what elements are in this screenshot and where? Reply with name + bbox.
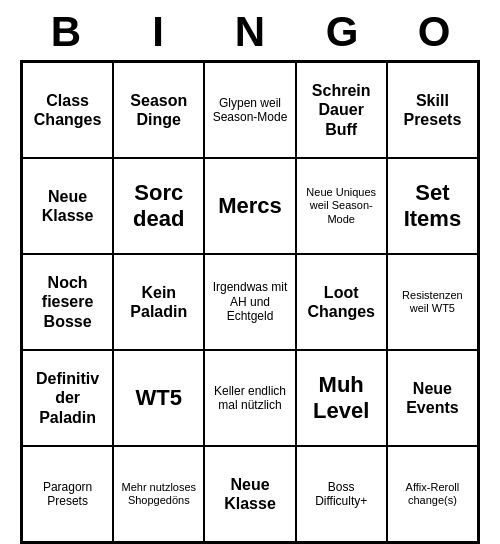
bingo-cell: Loot Changes (296, 254, 387, 350)
bingo-cell: Keller endlich mal nützlich (204, 350, 295, 446)
bingo-cell: Definitiv der Paladin (22, 350, 113, 446)
bingo-cell: Muh Level (296, 350, 387, 446)
title-letter: N (210, 8, 290, 56)
bingo-cell: Season Dinge (113, 62, 204, 158)
bingo-cell: Neue Klasse (204, 446, 295, 542)
bingo-cell: Set Items (387, 158, 478, 254)
bingo-cell: Glypen weil Season-Mode (204, 62, 295, 158)
bingo-cell: Class Changes (22, 62, 113, 158)
title-letter: B (26, 8, 106, 56)
bingo-cell: Irgendwas mit AH und Echtgeld (204, 254, 295, 350)
bingo-cell: Sorc dead (113, 158, 204, 254)
bingo-cell: Neue Uniques weil Season-Mode (296, 158, 387, 254)
bingo-cell: Schrein Dauer Buff (296, 62, 387, 158)
title-letter: I (118, 8, 198, 56)
bingo-cell: Noch fiesere Bosse (22, 254, 113, 350)
bingo-cell: Mehr nutzloses Shopgedöns (113, 446, 204, 542)
bingo-cell: Affix-Reroll change(s) (387, 446, 478, 542)
bingo-cell: Paragorn Presets (22, 446, 113, 542)
bingo-cell: Neue Klasse (22, 158, 113, 254)
bingo-cell: WT5 (113, 350, 204, 446)
bingo-header: BINGO (20, 0, 480, 60)
bingo-grid: Class ChangesSeason DingeGlypen weil Sea… (20, 60, 480, 544)
bingo-cell: Boss Difficulty+ (296, 446, 387, 542)
bingo-cell: Neue Events (387, 350, 478, 446)
title-letter: O (394, 8, 474, 56)
bingo-cell: Kein Paladin (113, 254, 204, 350)
title-letter: G (302, 8, 382, 56)
bingo-cell: Resistenzen weil WT5 (387, 254, 478, 350)
bingo-cell: Mercs (204, 158, 295, 254)
bingo-cell: Skill Presets (387, 62, 478, 158)
